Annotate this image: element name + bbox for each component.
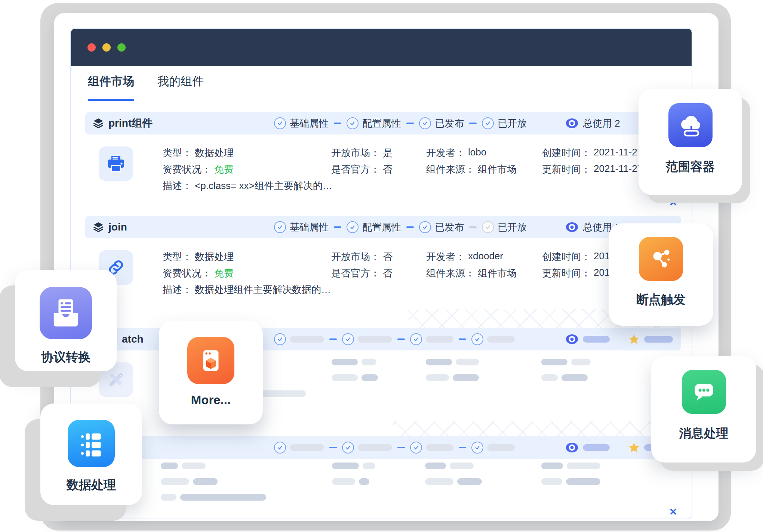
component-card-join[interactable]: join 基础属性 配置属性 已发布 已开放 xyxy=(85,216,681,309)
step-connector xyxy=(406,123,414,124)
stage: 组件市场 我的组件 print组件 基础属性 xyxy=(0,0,763,532)
field-value: 数据处理组件主要解决数据的… xyxy=(195,283,331,296)
skeleton-pill xyxy=(541,478,562,485)
status-steps-skeleton xyxy=(274,436,515,459)
field-label: 类型： xyxy=(163,146,192,160)
field-label: 类型： xyxy=(163,250,192,263)
step-check-icon xyxy=(471,442,483,454)
close-window-dot[interactable] xyxy=(87,43,96,52)
tab-component-market[interactable]: 组件市场 xyxy=(88,74,134,101)
field-value: 否 xyxy=(383,267,393,280)
collapse-panel-button[interactable]: ✕ xyxy=(669,506,677,518)
tab-bar: 组件市场 我的组件 xyxy=(88,74,204,101)
card-title: join xyxy=(108,221,127,233)
step-connector xyxy=(334,123,341,124)
card-body: 类型：数据处理 资费状况：免费 描述：数据处理组件主要解决数据的… 开放市场：否… xyxy=(85,238,681,309)
store-box-icon xyxy=(187,337,234,384)
card-body xyxy=(85,459,681,519)
skeleton-pill xyxy=(426,444,453,451)
skeleton-pill xyxy=(332,478,355,485)
component-card-skeleton[interactable] xyxy=(85,436,681,519)
skeleton-pill xyxy=(358,336,392,343)
step-connector xyxy=(459,338,466,340)
field-label: 开放市场： xyxy=(331,250,380,263)
app-panel: 组件市场 我的组件 print组件 基础属性 xyxy=(70,28,692,519)
chip-label: 范围容器 xyxy=(666,158,715,175)
card-header xyxy=(85,436,681,459)
chip-label: More... xyxy=(191,393,231,407)
chat-bubble-icon xyxy=(682,370,726,414)
skeleton-pill xyxy=(361,374,378,381)
skeleton-pill xyxy=(361,359,376,365)
step-check-icon xyxy=(410,442,422,454)
chip-scope-container[interactable]: 范围容器 xyxy=(639,89,742,195)
star-icon xyxy=(628,442,640,453)
chip-more[interactable]: More... xyxy=(159,321,263,424)
field-label: 组件来源： xyxy=(426,163,475,176)
step-connector xyxy=(406,226,414,228)
step-check-icon xyxy=(471,333,483,345)
field-label: 组件来源： xyxy=(426,267,475,280)
skeleton-pill xyxy=(541,463,563,469)
field-label: 创建时间： xyxy=(542,250,591,263)
skeleton-pill xyxy=(180,494,266,501)
usage-count: 总使用 2 xyxy=(583,117,620,130)
field-value: 组件市场 xyxy=(478,163,517,176)
card-title: print组件 xyxy=(108,116,153,130)
collapse-card-button[interactable]: ✕ xyxy=(669,197,677,208)
skeleton-pill xyxy=(541,359,567,365)
skeleton-pill xyxy=(426,374,449,381)
field-value: 数据处理 xyxy=(195,250,234,263)
step-check-icon xyxy=(342,333,354,345)
card-stats-skeleton xyxy=(566,328,673,350)
step-connector xyxy=(469,123,477,124)
skeleton-pill xyxy=(290,444,324,451)
step-check-icon xyxy=(274,221,286,233)
field-value: 组件市场 xyxy=(478,267,517,280)
skeleton-pill xyxy=(487,444,515,451)
tab-my-components[interactable]: 我的组件 xyxy=(157,74,204,101)
field-label: 开放市场： xyxy=(331,146,380,160)
field-value: <p.class= xx>组件主要解决的… xyxy=(195,179,332,192)
chip-breakpoint-trigger[interactable]: 断点触发 xyxy=(609,223,713,326)
layers-icon xyxy=(93,118,104,129)
maximize-window-dot[interactable] xyxy=(117,43,126,52)
component-card-print[interactable]: print组件 基础属性 配置属性 已发布 已开放 xyxy=(85,112,681,205)
step-connector xyxy=(459,447,466,448)
chip-label: 消息处理 xyxy=(679,425,729,442)
step-check-icon xyxy=(274,117,286,129)
field-label: 创建时间： xyxy=(542,146,591,160)
chip-protocol-conversion[interactable]: 协议转换 xyxy=(15,270,117,371)
cloud-container-icon xyxy=(668,103,713,147)
step-check-icon xyxy=(274,442,286,454)
skeleton-pill xyxy=(566,478,600,485)
step-check-icon xyxy=(482,117,494,129)
step-label: 基础属性 xyxy=(290,117,329,130)
field-label: 资费状况： xyxy=(163,267,211,280)
chip-label: 协议转换 xyxy=(41,349,90,366)
chip-label: 断点触发 xyxy=(636,291,686,308)
card-title: atch xyxy=(122,333,144,345)
chip-label: 数据处理 xyxy=(67,477,116,494)
step-check-icon xyxy=(347,117,359,129)
field-value-free: 免费 xyxy=(214,267,234,280)
step-check-icon xyxy=(347,221,359,233)
field-label: 开发者： xyxy=(426,250,465,263)
card-header: join 基础属性 配置属性 已发布 已开放 xyxy=(85,216,681,238)
minimize-window-dot[interactable] xyxy=(102,43,111,52)
step-connector xyxy=(397,338,405,340)
step-label: 配置属性 xyxy=(362,117,401,130)
field-label: 资费状况： xyxy=(163,163,211,176)
card-body: 类型：数据处理 资费状况：免费 描述：<p.class= xx>组件主要解决的…… xyxy=(85,134,681,205)
step-label: 基础属性 xyxy=(290,221,329,234)
field-value-free: 免费 xyxy=(214,163,234,176)
window-titlebar xyxy=(71,29,692,66)
chip-message-processing[interactable]: 消息处理 xyxy=(651,356,756,463)
printer-icon xyxy=(99,146,133,181)
data-rows-icon xyxy=(68,420,115,467)
field-label: 描述： xyxy=(163,179,192,192)
chip-data-processing[interactable]: 数据处理 xyxy=(40,403,142,505)
field-label: 描述： xyxy=(163,283,192,296)
skeleton-pill xyxy=(644,336,673,343)
skeleton-pill xyxy=(583,336,610,343)
